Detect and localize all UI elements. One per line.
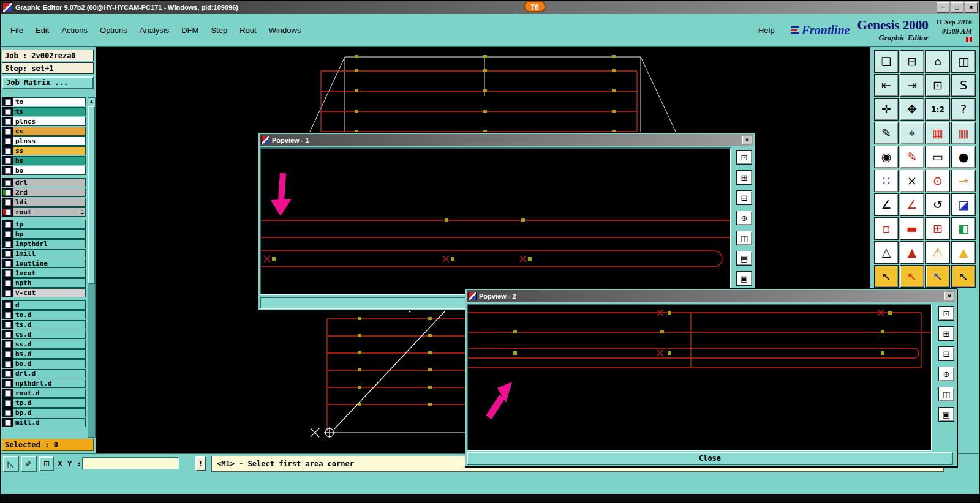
- scrollbar-thumb[interactable]: [88, 106, 95, 284]
- alert-button[interactable]: !: [195, 456, 206, 471]
- layer-row-plnss[interactable]: plnss: [2, 136, 86, 146]
- layer-row-bs.d[interactable]: bs.d: [2, 349, 86, 359]
- layer-row-ss[interactable]: ss: [2, 146, 86, 155]
- layer-visibility-checkbox[interactable]: [2, 136, 13, 146]
- layer-row-bo.d[interactable]: bo.d: [2, 359, 86, 368]
- layer-row-npthdrl.d[interactable]: npthdrl.d: [2, 379, 86, 388]
- layer-row-npth[interactable]: npth: [2, 278, 86, 288]
- layer-row-plncs[interactable]: plncs: [2, 117, 86, 126]
- layer-visibility-checkbox[interactable]: [2, 408, 13, 417]
- minimize-button[interactable]: –: [937, 2, 949, 13]
- layer-visibility-checkbox[interactable]: [2, 259, 13, 268]
- layer-row-1mill[interactable]: 1mill: [2, 249, 86, 258]
- layer-visibility-checkbox[interactable]: [2, 269, 13, 278]
- layer-row-ldi[interactable]: ldi: [2, 198, 86, 207]
- layer-row-1npthdrl[interactable]: 1npthdrl: [2, 239, 86, 248]
- quad-view-icon[interactable]: ⊞: [39, 456, 54, 471]
- maximize-button[interactable]: □: [951, 2, 963, 13]
- slope-measure-icon[interactable]: ∠: [874, 193, 899, 216]
- layer-visibility-checkbox[interactable]: [2, 349, 13, 359]
- layer-visibility-checkbox[interactable]: [2, 379, 13, 388]
- layer-visibility-checkbox[interactable]: [2, 369, 13, 378]
- layer-visibility-checkbox[interactable]: [2, 207, 13, 217]
- triangle-red-icon[interactable]: ▲: [900, 241, 924, 264]
- layer-visibility-checkbox[interactable]: [2, 340, 13, 349]
- layer-visibility-checkbox[interactable]: [2, 156, 13, 165]
- layer-row-bp[interactable]: bp: [2, 229, 86, 239]
- center-target-icon[interactable]: ⊙: [925, 170, 950, 192]
- layer-visibility-checkbox[interactable]: [2, 300, 13, 310]
- popview-1-titlebar[interactable]: Popview - 1 ×: [260, 134, 753, 146]
- layer-row-to[interactable]: to: [2, 97, 86, 106]
- zoom-ratio-icon[interactable]: 1:2: [925, 98, 950, 121]
- home-view-icon[interactable]: ⌂: [925, 50, 950, 73]
- pv-snapshot-icon[interactable]: ▣: [938, 407, 954, 422]
- layer-visibility-checkbox[interactable]: [2, 146, 13, 155]
- layer-row-tp.d[interactable]: tp.d: [2, 398, 86, 408]
- popview-2-canvas[interactable]: [467, 304, 932, 451]
- area-corner-icon[interactable]: ◺: [3, 456, 19, 472]
- layer-row-drl.d[interactable]: drl.d: [2, 369, 86, 378]
- layer-visibility-checkbox[interactable]: [2, 229, 13, 239]
- pv-fullscreen-icon[interactable]: ⊡: [938, 306, 954, 321]
- layer-row-ss.d[interactable]: ss.d: [2, 340, 86, 349]
- layer-visibility-checkbox[interactable]: [2, 359, 13, 368]
- dash-icon[interactable]: ▬: [900, 217, 924, 240]
- layer-row-bp.d[interactable]: bp.d: [2, 408, 86, 417]
- menu-item-file[interactable]: File: [4, 23, 29, 38]
- warning-icon[interactable]: ⚠: [925, 241, 950, 264]
- popview-2-close-icon[interactable]: ×: [944, 292, 954, 300]
- layer-row-ts.d[interactable]: ts.d: [2, 320, 86, 329]
- layer-visibility-checkbox[interactable]: [2, 239, 13, 248]
- pv-zoom-in-icon[interactable]: ⊞: [938, 326, 954, 341]
- layer-row-rout.d[interactable]: rout.d: [2, 389, 86, 398]
- xy-input[interactable]: [82, 457, 179, 469]
- layer-visibility-checkbox[interactable]: [2, 127, 13, 136]
- cursor-blue-icon[interactable]: ↖: [925, 265, 950, 288]
- highlight-net-icon[interactable]: ▦: [925, 122, 950, 144]
- titlebar[interactable]: Graphic Editor 9.07b2 (00@HY-HYCAM-PC171…: [1, 1, 979, 14]
- filled-dot-icon[interactable]: ●: [951, 146, 976, 168]
- pv-prev-view-icon[interactable]: ◫: [938, 387, 954, 401]
- layer-row-cs[interactable]: cs: [2, 127, 86, 136]
- snapshot-icon[interactable]: ◉: [874, 146, 899, 168]
- layer-visibility-checkbox[interactable]: [2, 278, 13, 288]
- popview-1-canvas[interactable]: [260, 147, 731, 295]
- zoom-prev-icon[interactable]: ⇤: [874, 74, 899, 97]
- menu-item-dfm[interactable]: DFM: [175, 23, 205, 38]
- popview-1-close-icon[interactable]: ×: [742, 136, 752, 144]
- cursor-select-icon[interactable]: ↖: [951, 265, 976, 288]
- monitor-icon[interactable]: ⊟: [900, 50, 924, 73]
- menu-item-step[interactable]: Step: [205, 23, 233, 38]
- pv-prev-view-icon[interactable]: ◫: [736, 231, 752, 245]
- layer-row-ts[interactable]: ts: [2, 107, 86, 116]
- net-points-icon[interactable]: ∷: [874, 170, 899, 192]
- layer-row-drl[interactable]: drl: [2, 178, 86, 187]
- cursor-black-icon[interactable]: ↖: [874, 265, 899, 288]
- tile-windows-icon[interactable]: ◫: [951, 50, 976, 73]
- highlight-pads-icon[interactable]: ▥: [951, 122, 976, 144]
- scroll-up-icon[interactable]: ▲: [88, 98, 95, 106]
- ruler-icon[interactable]: ▭: [925, 146, 950, 168]
- pv-fullscreen-icon[interactable]: ⊡: [736, 150, 752, 165]
- serpentine-icon[interactable]: S: [951, 74, 976, 97]
- layer-row-d[interactable]: d: [2, 300, 86, 310]
- pv-snapshot-icon[interactable]: ▣: [736, 271, 752, 286]
- layer-visibility-checkbox[interactable]: [2, 220, 13, 229]
- menu-item-help[interactable]: Help: [752, 23, 781, 38]
- layer-row-2rd[interactable]: 2rd: [2, 188, 86, 197]
- measure-pen-icon[interactable]: ✎: [874, 122, 899, 144]
- small-rect-icon[interactable]: ▫: [874, 217, 899, 240]
- menu-item-windows[interactable]: Windows: [263, 23, 307, 38]
- cross-window-icon[interactable]: ⊞: [925, 217, 950, 240]
- pv-zoom-in-icon[interactable]: ⊞: [736, 170, 752, 185]
- popview-2-close-button[interactable]: Close: [467, 452, 953, 465]
- job-matrix-button[interactable]: Job Matrix ...: [2, 76, 94, 89]
- layer-row-1outline[interactable]: 1outline: [2, 259, 86, 268]
- layer-row-tp[interactable]: tp: [2, 220, 86, 229]
- layer-row-1vcut[interactable]: 1vcut: [2, 269, 86, 278]
- context-help-icon[interactable]: ?: [951, 98, 976, 121]
- layer-visibility-checkbox[interactable]: [2, 389, 13, 398]
- redline-pen-icon[interactable]: ✎: [900, 146, 924, 168]
- fit-view-icon[interactable]: ✛: [874, 98, 899, 121]
